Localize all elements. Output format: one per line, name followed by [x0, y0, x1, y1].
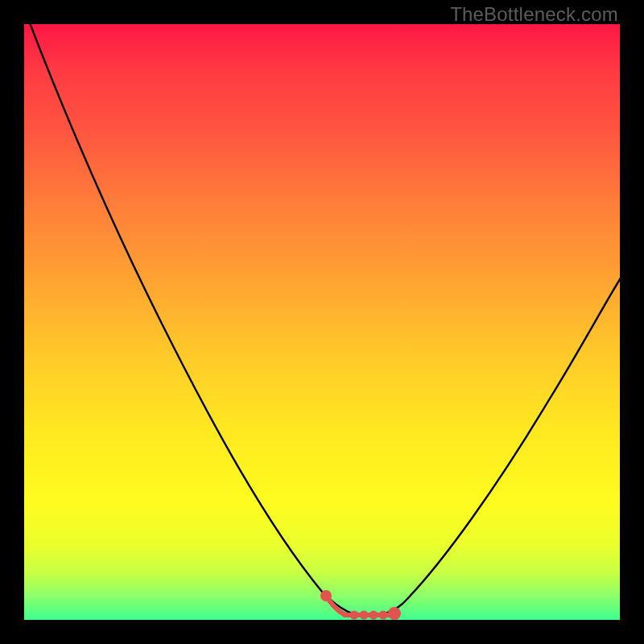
bottleneck-curve — [24, 24, 620, 616]
svg-point-5 — [372, 613, 376, 617]
svg-point-3 — [353, 613, 357, 617]
watermark-text: TheBottleneck.com — [450, 3, 618, 26]
plot-area — [24, 24, 620, 620]
curve-layer — [24, 24, 620, 620]
svg-point-1 — [323, 592, 329, 599]
svg-point-6 — [382, 613, 386, 617]
svg-point-2 — [390, 609, 398, 617]
trough-marker — [323, 592, 398, 617]
chart-canvas: TheBottleneck.com — [0, 0, 644, 644]
svg-point-4 — [362, 613, 366, 617]
